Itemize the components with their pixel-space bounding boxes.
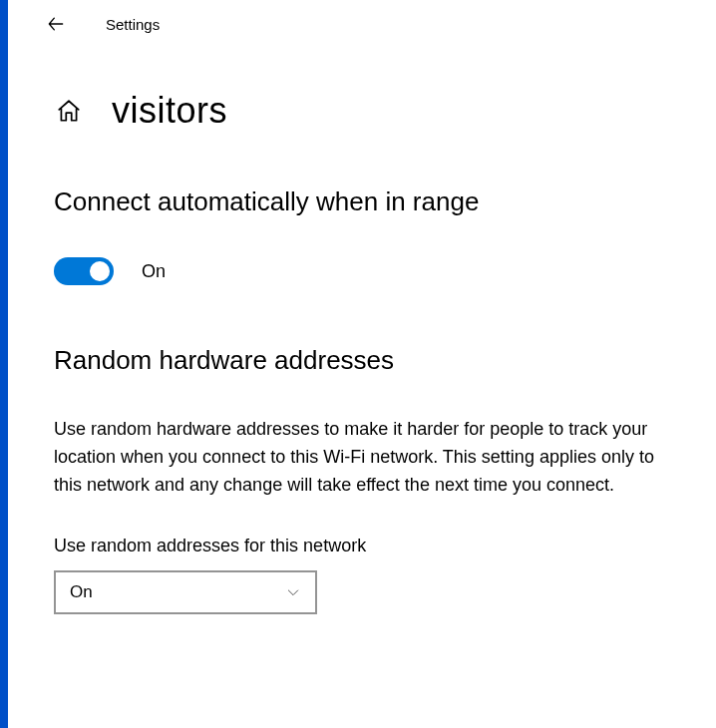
connect-toggle[interactable] <box>54 257 114 285</box>
toggle-thumb <box>90 261 110 281</box>
page-title: visitors <box>112 90 227 132</box>
window-border <box>0 0 8 728</box>
title-bar: Settings <box>8 0 716 48</box>
random-dropdown[interactable]: On <box>54 570 317 614</box>
content-area: Settings visitors Connect automatically … <box>0 0 716 728</box>
section-connect-heading: Connect automatically when in range <box>54 186 676 217</box>
app-title: Settings <box>106 16 160 33</box>
main: visitors Connect automatically when in r… <box>8 90 716 614</box>
back-button[interactable] <box>36 4 76 44</box>
home-button[interactable] <box>54 96 84 126</box>
chevron-down-icon <box>285 584 301 600</box>
random-dropdown-label: Use random addresses for this network <box>54 536 676 556</box>
connect-toggle-label: On <box>142 261 166 282</box>
back-arrow-icon <box>46 14 66 34</box>
home-icon <box>56 98 82 124</box>
page-header: visitors <box>54 90 676 132</box>
connect-toggle-row: On <box>54 257 676 285</box>
section-random-heading: Random hardware addresses <box>54 345 676 376</box>
random-description: Use random hardware addresses to make it… <box>54 416 672 500</box>
random-dropdown-value: On <box>70 582 93 602</box>
